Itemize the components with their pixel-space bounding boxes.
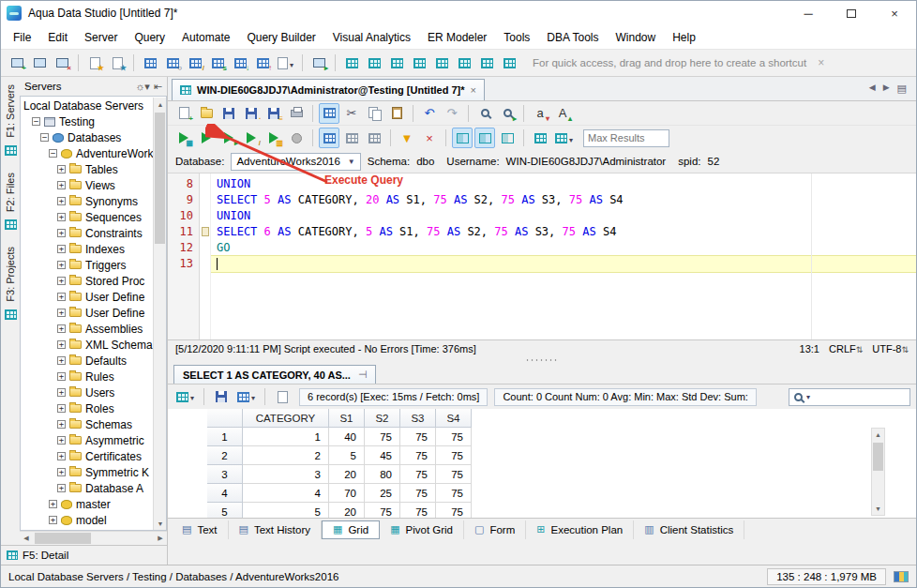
max-results-input[interactable] <box>583 129 669 147</box>
sidebar-tab-f2-files[interactable]: F2: Files <box>5 173 16 212</box>
grid-cell[interactable]: 75 <box>436 503 472 518</box>
tab-scroll-left-icon[interactable]: ◀ <box>869 83 876 95</box>
block-select-icon[interactable] <box>319 103 339 124</box>
tree-item-stored-proc[interactable]: +Stored Proc <box>21 273 153 289</box>
menu-tools[interactable]: Tools <box>495 28 538 47</box>
grid-vertical-scrollbar[interactable]: ▲ ▼ <box>871 428 885 516</box>
save-as-icon[interactable]: ∙ <box>241 103 262 124</box>
paste-icon[interactable] <box>386 103 407 124</box>
scroll-left-icon[interactable]: ◀ <box>20 532 33 545</box>
find-next-icon[interactable]: ▸ <box>497 103 518 124</box>
pin-results-icon[interactable]: ⊣ <box>358 369 368 381</box>
window-view-icon-4[interactable] <box>409 53 429 73</box>
new-document-icon[interactable] <box>275 53 296 73</box>
close-button[interactable]: × <box>873 1 916 25</box>
menu-er-modeler[interactable]: ER Modeler <box>419 28 495 47</box>
results-search-input[interactable] <box>814 391 905 402</box>
expand-icon[interactable]: + <box>57 356 66 365</box>
scrollbar-thumb[interactable] <box>155 113 165 244</box>
table-edit-icon[interactable]: / <box>185 53 205 73</box>
expand-icon[interactable]: + <box>57 181 66 189</box>
tab-close-icon[interactable]: × <box>471 84 476 96</box>
menu-file[interactable]: File <box>5 28 39 47</box>
tree-item-assemblies[interactable]: +Assemblies <box>21 321 153 337</box>
save-results-icon[interactable] <box>211 386 232 407</box>
expand-icon[interactable]: + <box>57 229 66 237</box>
sidebar-tab-f3-projects[interactable]: F3: Projects <box>5 247 16 302</box>
split-vertical-icon[interactable] <box>474 128 495 148</box>
open-results-window-icon[interactable] <box>272 386 293 407</box>
sidebar-tab-f1-servers[interactable]: F1: Servers <box>5 84 16 138</box>
window-view-icon-6[interactable] <box>454 53 474 73</box>
window-view-icon-1[interactable] <box>341 53 362 73</box>
expand-icon[interactable]: + <box>57 165 66 173</box>
maximize-button[interactable] <box>830 1 873 25</box>
export-results-icon[interactable] <box>234 386 258 407</box>
tree-item-views[interactable]: +Views <box>21 177 153 193</box>
split-horizontal-icon[interactable] <box>452 128 473 148</box>
servers-panel-icon[interactable] <box>5 145 17 156</box>
execute-current-icon[interactable] <box>196 128 217 148</box>
redo-icon[interactable]: ↷ <box>442 103 462 124</box>
grid-cell[interactable]: 75 <box>365 503 400 518</box>
tree-item-databases[interactable]: −Databases <box>21 129 153 145</box>
expand-icon[interactable]: + <box>57 452 66 460</box>
memory-usage-icon[interactable] <box>894 571 909 582</box>
find-icon[interactable] <box>474 103 495 124</box>
tab-list-icon[interactable]: ▤ <box>897 83 907 95</box>
hint-close-icon[interactable]: × <box>818 56 824 69</box>
document-tab[interactable]: WIN-DIE60G8JDJ7\Administrator@Testing [U… <box>172 79 485 100</box>
expand-icon[interactable]: + <box>57 309 66 317</box>
row-header[interactable]: 1 <box>207 428 243 446</box>
table-script-icon[interactable]: s <box>207 53 228 73</box>
tree-item-users[interactable]: +Users <box>21 384 153 400</box>
scroll-up-icon[interactable]: ▲ <box>872 429 884 441</box>
menu-server[interactable]: Server <box>76 28 126 47</box>
menu-query[interactable]: Query <box>126 28 173 47</box>
grid-cell[interactable]: 5 <box>243 503 329 518</box>
grid-corner-cell[interactable] <box>207 409 243 428</box>
server-properties-icon[interactable] <box>29 53 50 73</box>
grid-cell[interactable]: 80 <box>365 465 400 484</box>
menu-automate[interactable]: Automate <box>173 28 238 47</box>
open-file-icon[interactable] <box>196 103 217 124</box>
results-search-box[interactable]: ▾ <box>789 388 910 406</box>
tree-item-constraints[interactable]: +Constraints <box>21 225 153 241</box>
disconnect-server-icon[interactable]: × <box>52 53 72 73</box>
new-file-icon[interactable]: + <box>173 103 194 124</box>
splitter-handle[interactable] <box>168 356 916 364</box>
column-header-s1[interactable]: S1 <box>329 409 365 428</box>
grid-cell[interactable]: 5 <box>329 446 365 465</box>
grid-cell[interactable]: 2 <box>243 446 329 465</box>
tree-item-asymmetric[interactable]: +Asymmetric <box>21 432 153 448</box>
tree-item-user-define[interactable]: +User Define <box>21 305 153 321</box>
collapse-icon[interactable]: − <box>32 117 40 126</box>
print-icon[interactable] <box>286 103 307 124</box>
sql-editor[interactable]: 8910111213 UNIONSELECT 5 AS CATEGORY, 20… <box>168 173 916 339</box>
expand-icon[interactable]: + <box>57 388 66 397</box>
tree-item-user-define[interactable]: +User Define <box>21 289 153 305</box>
result-tab-client-statistics[interactable]: ▥Client Statistics <box>634 520 744 539</box>
table-export-icon[interactable]: ↑ <box>252 53 273 73</box>
grid-cell[interactable]: 75 <box>436 428 472 446</box>
results-grid-mode-icon[interactable] <box>319 128 339 148</box>
collapse-icon[interactable]: − <box>49 149 57 158</box>
line-ending-selector[interactable]: CRLF⇅ <box>829 343 863 354</box>
execute-explain-icon[interactable]: ▥ <box>263 128 284 148</box>
scroll-right-icon[interactable]: ▶ <box>154 532 167 545</box>
filter-results-icon[interactable]: ▼ <box>397 128 417 148</box>
expand-icon[interactable]: + <box>57 293 66 301</box>
expand-icon[interactable]: + <box>49 516 57 524</box>
grid-cell[interactable]: 75 <box>436 465 472 484</box>
tree-horizontal-scrollbar[interactable]: ◀ ▶ <box>20 531 167 545</box>
grid-cell[interactable]: 25 <box>365 484 400 503</box>
register-server-icon[interactable]: + <box>7 53 27 73</box>
scrollbar-thumb[interactable] <box>35 533 91 544</box>
gear-icon[interactable]: ☼▾ <box>135 81 150 93</box>
collapse-icon[interactable]: − <box>40 133 49 142</box>
result-tab-grid[interactable]: ▦Grid <box>322 520 380 539</box>
tree-item-database-a[interactable]: +Database A <box>21 480 153 496</box>
database-combobox[interactable]: AdventureWorks2016 ▼ <box>231 153 360 171</box>
menu-visual-analytics[interactable]: Visual Analytics <box>324 28 419 47</box>
menu-dba-tools[interactable]: DBA Tools <box>538 28 607 47</box>
